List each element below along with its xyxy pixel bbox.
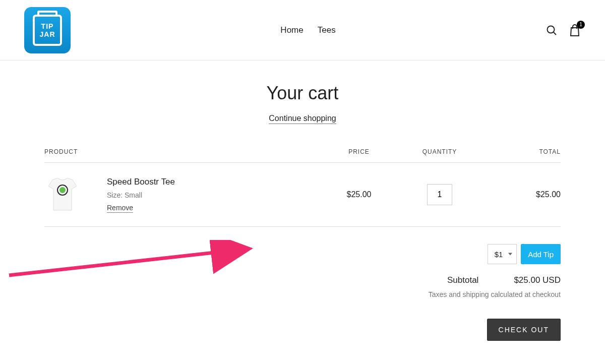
header-actions: 1 xyxy=(546,24,581,37)
cart-table: PRODUCT PRICE QUANTITY TOTAL Speed Boost… xyxy=(44,148,561,227)
logo[interactable]: TIP JAR xyxy=(24,7,71,53)
remove-link[interactable]: Remove xyxy=(107,204,133,213)
cart-footer: $1 Add Tip Subtotal $25.00 USD Taxes and… xyxy=(44,244,561,341)
nav-link-tees[interactable]: Tees xyxy=(318,25,336,35)
col-header-price: PRICE xyxy=(319,148,399,155)
tax-shipping-note: Taxes and shipping calculated at checkou… xyxy=(288,290,561,298)
logo-text-1: TIP xyxy=(41,22,54,30)
cart-count-badge: 1 xyxy=(577,21,585,29)
tip-selected-value: $1 xyxy=(495,250,503,259)
product-variant: Size: Small xyxy=(107,191,319,199)
main-nav: Home Tees xyxy=(280,25,335,35)
price-cell: $25.00 xyxy=(319,190,399,199)
subtotal-value: $25.00 USD xyxy=(514,275,561,285)
page-title: Your cart xyxy=(44,83,561,104)
product-thumbnail[interactable] xyxy=(44,174,81,215)
checkout-button[interactable]: CHECK OUT xyxy=(487,319,561,341)
continue-shopping-link[interactable]: Continue shopping xyxy=(269,114,336,124)
tip-row: $1 Add Tip xyxy=(288,244,561,264)
product-info: Speed Boostr Tee Size: Small Remove xyxy=(105,177,319,213)
logo-text-2: JAR xyxy=(39,30,55,38)
svg-line-1 xyxy=(554,32,556,35)
subtotal-label: Subtotal xyxy=(447,275,478,285)
product-name: Speed Boostr Tee xyxy=(107,177,319,187)
col-header-total: TOTAL xyxy=(480,148,561,155)
quantity-input[interactable] xyxy=(427,184,452,205)
cart-page: Your cart Continue shopping PRODUCT PRIC… xyxy=(0,60,605,361)
subtotal-row: Subtotal $25.00 USD xyxy=(288,275,561,285)
col-header-quantity: QUANTITY xyxy=(399,148,480,155)
nav-link-home[interactable]: Home xyxy=(280,25,303,35)
annotation-arrow xyxy=(4,240,266,280)
cart-icon[interactable]: 1 xyxy=(569,24,581,37)
line-total-cell: $25.00 xyxy=(480,190,561,199)
cart-row: Speed Boostr Tee Size: Small Remove $25.… xyxy=(44,163,561,227)
svg-point-3 xyxy=(59,187,66,193)
svg-line-4 xyxy=(9,249,246,275)
search-icon[interactable] xyxy=(546,24,558,36)
tip-amount-select[interactable]: $1 xyxy=(488,244,517,264)
cart-table-header: PRODUCT PRICE QUANTITY TOTAL xyxy=(44,148,561,163)
add-tip-button[interactable]: Add Tip xyxy=(521,244,561,264)
svg-point-0 xyxy=(548,26,555,33)
col-header-product: PRODUCT xyxy=(44,148,319,155)
site-header: TIP JAR Home Tees 1 xyxy=(0,0,605,60)
